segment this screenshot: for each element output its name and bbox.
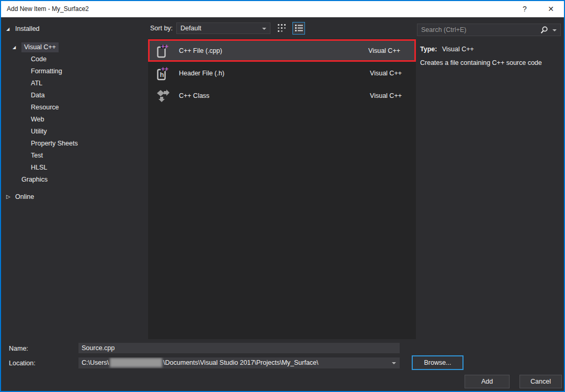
list-toolbar: Sort by: Default xyxy=(148,17,416,39)
template-list: ++ C++ File (.cpp) Visual C++ h ++ Heade… xyxy=(148,39,416,339)
template-row-cpp-file[interactable]: ++ C++ File (.cpp) Visual C++ xyxy=(148,39,416,62)
list-view-icon xyxy=(295,24,303,32)
cancel-button[interactable]: Cancel xyxy=(519,375,562,388)
sidebar-item-property-sheets[interactable]: Property Sheets xyxy=(1,138,148,150)
collapsed-triangle-icon[interactable]: ▷ xyxy=(6,191,15,203)
list-view-button[interactable] xyxy=(292,22,305,35)
location-path-prefix: C:\Users\ xyxy=(82,359,109,366)
redacted-username xyxy=(110,358,162,367)
small-icons-view-button[interactable] xyxy=(275,22,288,35)
window-title: Add New Item - My_Surface2 xyxy=(7,1,89,17)
template-row-header-file[interactable]: h ++ Header File (.h) Visual C++ xyxy=(148,62,416,84)
type-value: Visual C++ xyxy=(442,46,474,53)
sidebar-item-utility[interactable]: Utility xyxy=(1,126,148,138)
sidebar-item-code[interactable]: Code xyxy=(1,53,148,65)
grid-view-icon xyxy=(277,24,286,32)
search-options-chevron-icon[interactable] xyxy=(552,29,557,31)
sidebar-item-visual-cpp[interactable]: ◢Visual C++ xyxy=(1,41,148,53)
sidebar-item-formatting[interactable]: Formatting xyxy=(1,65,148,77)
sidebar-item-label: Visual C++ xyxy=(21,42,59,52)
template-name: Header File (.h) xyxy=(179,70,370,77)
sidebar-item-test[interactable]: Test xyxy=(1,150,148,162)
type-label: Type: xyxy=(420,46,437,53)
sidebar-item-installed[interactable]: ◢Installed xyxy=(1,23,148,35)
sort-by-value: Default xyxy=(180,25,201,32)
footer: Name: Location: C:\Users\\Documents\Visu… xyxy=(1,339,564,391)
sidebar-item-resource[interactable]: Resource xyxy=(1,102,148,114)
sidebar-item-atl[interactable]: ATL xyxy=(1,77,148,89)
template-row-cpp-class[interactable]: C++ Class Visual C++ xyxy=(148,84,416,107)
location-path-suffix: \Documents\Visual Studio 2017\Projects\M… xyxy=(163,359,318,366)
expanded-triangle-icon[interactable]: ◢ xyxy=(13,41,21,53)
details-panel: Type: Visual C++ Creates a file containi… xyxy=(416,17,564,339)
sidebar-item-graphics[interactable]: Graphics xyxy=(1,174,148,186)
sidebar-item-data[interactable]: Data xyxy=(1,89,148,102)
search-input[interactable] xyxy=(417,24,560,36)
template-description: Creates a file containing C++ source cod… xyxy=(420,59,561,66)
template-type: Visual C++ xyxy=(368,47,400,54)
type-row: Type: Visual C++ xyxy=(420,46,561,53)
sidebar-item-online[interactable]: ▷Online xyxy=(1,191,148,203)
close-button[interactable]: ✕ xyxy=(542,1,560,17)
template-name: C++ Class xyxy=(179,92,370,99)
category-tree: ◢Installed ◢Visual C++ Code Formatting A… xyxy=(1,17,148,339)
browse-button[interactable]: Browse... xyxy=(412,355,464,370)
chevron-down-icon[interactable] xyxy=(392,362,396,364)
location-label: Location: xyxy=(9,360,36,367)
sidebar-item-web[interactable]: Web xyxy=(1,114,148,126)
template-type: Visual C++ xyxy=(370,92,402,99)
template-type: Visual C++ xyxy=(370,70,402,77)
name-label: Name: xyxy=(9,345,28,352)
svg-text:++: ++ xyxy=(161,43,168,50)
chevron-down-icon xyxy=(262,28,266,30)
search-icon[interactable] xyxy=(540,26,549,35)
header-file-icon: h ++ xyxy=(155,65,170,81)
sidebar-item-hlsl[interactable]: HLSL xyxy=(1,162,148,174)
add-button[interactable]: Add xyxy=(465,375,510,388)
template-name: C++ File (.cpp) xyxy=(179,47,368,54)
help-button[interactable]: ? xyxy=(516,1,534,17)
name-input[interactable] xyxy=(78,343,400,353)
sidebar-item-label: Installed xyxy=(15,25,40,32)
location-combo[interactable]: C:\Users\\Documents\Visual Studio 2017\P… xyxy=(78,357,400,368)
titlebar: Add New Item - My_Surface2 ? ✕ xyxy=(1,1,564,17)
expanded-triangle-icon[interactable]: ◢ xyxy=(6,23,15,35)
svg-text:++: ++ xyxy=(161,65,168,73)
sort-by-label: Sort by: xyxy=(150,25,173,32)
cpp-file-icon: ++ xyxy=(155,43,170,59)
add-new-item-dialog: Add New Item - My_Surface2 ? ✕ ◢Installe… xyxy=(0,0,565,392)
cpp-class-icon xyxy=(155,88,170,104)
search-box xyxy=(417,24,561,36)
sort-by-dropdown[interactable]: Default xyxy=(176,23,270,34)
